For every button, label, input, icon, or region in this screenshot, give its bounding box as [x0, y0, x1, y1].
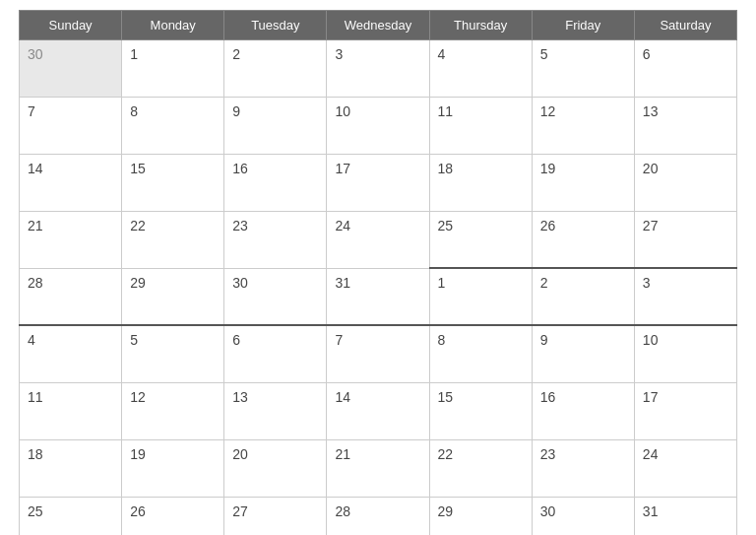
calendar-cell: 30 [224, 268, 327, 325]
calendar-cell: 3 [634, 268, 736, 325]
calendar-cell: 18 [429, 154, 532, 211]
calendar-cell: 19 [532, 154, 634, 211]
calendar-cell: 6 [634, 39, 736, 97]
calendar-cell: 12 [122, 382, 224, 439]
calendar-cell: 27 [224, 497, 327, 535]
calendar-cell: 20 [634, 154, 736, 211]
calendar-cell: 12 [532, 97, 634, 154]
calendar-cell: 18 [20, 439, 122, 497]
calendar-cell: 2 [224, 39, 327, 97]
calendar-cell: 5 [122, 325, 224, 382]
calendar-cell: 16 [224, 154, 327, 211]
calendar-cell: 28 [327, 497, 429, 535]
calendar-cell: 2 [532, 268, 634, 325]
calendar-cell: 7 [20, 97, 122, 154]
week-row: 21222324252627 [20, 211, 737, 268]
calendar-cell: 23 [224, 211, 327, 268]
header-thursday: Thursday [429, 10, 532, 39]
week-row: 14151617181920 [20, 154, 737, 211]
calendar-title: July August 2024 [19, 0, 737, 2]
header-sunday: Sunday [20, 10, 122, 39]
calendar-cell: 31 [327, 268, 429, 325]
header-tuesday: Tuesday [224, 10, 327, 39]
calendar-cell: 23 [532, 439, 634, 497]
calendar-cell: 14 [327, 382, 429, 439]
calendar-cell: 13 [634, 97, 736, 154]
week-row: 11121314151617 [20, 382, 737, 439]
calendar-cell: 20 [224, 439, 327, 497]
calendar-cell: 1 [122, 39, 224, 97]
calendar-cell: 16 [532, 382, 634, 439]
calendar-table: SundayMondayTuesdayWednesdayThursdayFrid… [19, 10, 737, 536]
calendar-cell: 19 [122, 439, 224, 497]
calendar-cell: 11 [20, 382, 122, 439]
calendar-cell: 9 [224, 97, 327, 154]
calendar-cell: 8 [429, 325, 532, 382]
calendar-cell: 21 [20, 211, 122, 268]
calendar-cell: 15 [429, 382, 532, 439]
calendar-cell: 21 [327, 439, 429, 497]
calendar-cell: 10 [327, 97, 429, 154]
calendar-cell: 15 [122, 154, 224, 211]
calendar-cell: 3 [327, 39, 429, 97]
calendar-cell: 30 [532, 497, 634, 535]
calendar-cell: 29 [122, 268, 224, 325]
calendar-cell: 10 [634, 325, 736, 382]
calendar-cell: 17 [327, 154, 429, 211]
calendar-cell: 14 [20, 154, 122, 211]
calendar-cell: 31 [634, 497, 736, 535]
calendar-cell: 26 [122, 497, 224, 535]
week-row: 25262728293031 [20, 497, 737, 535]
week-row: 78910111213 [20, 97, 737, 154]
header-row: SundayMondayTuesdayWednesdayThursdayFrid… [20, 10, 737, 39]
calendar-cell: 29 [429, 497, 532, 535]
calendar-cell: 24 [327, 211, 429, 268]
calendar-cell: 4 [429, 39, 532, 97]
calendar-cell: 24 [634, 439, 736, 497]
calendar-cell: 8 [122, 97, 224, 154]
calendar-cell: 22 [122, 211, 224, 268]
header-saturday: Saturday [634, 10, 736, 39]
calendar-cell: 27 [634, 211, 736, 268]
week-row: 18192021222324 [20, 439, 737, 497]
calendar-cell: 25 [20, 497, 122, 535]
calendar-cell: 6 [224, 325, 327, 382]
calendar-cell: 30 [20, 39, 122, 97]
week-row: 30123456 [20, 39, 737, 97]
week-row: 28293031123 [20, 268, 737, 325]
header-wednesday: Wednesday [327, 10, 429, 39]
calendar-cell: 9 [532, 325, 634, 382]
calendar-page: July August 2024 SundayMondayTuesdayWedn… [9, 0, 747, 535]
calendar-cell: 5 [532, 39, 634, 97]
calendar-cell: 11 [429, 97, 532, 154]
calendar-cell: 26 [532, 211, 634, 268]
calendar-cell: 28 [20, 268, 122, 325]
calendar-cell: 4 [20, 325, 122, 382]
week-row: 45678910 [20, 325, 737, 382]
calendar-cell: 1 [429, 268, 532, 325]
calendar-cell: 22 [429, 439, 532, 497]
calendar-cell: 13 [224, 382, 327, 439]
header-monday: Monday [122, 10, 224, 39]
calendar-cell: 25 [429, 211, 532, 268]
calendar-cell: 7 [327, 325, 429, 382]
header-friday: Friday [532, 10, 634, 39]
calendar-cell: 17 [634, 382, 736, 439]
